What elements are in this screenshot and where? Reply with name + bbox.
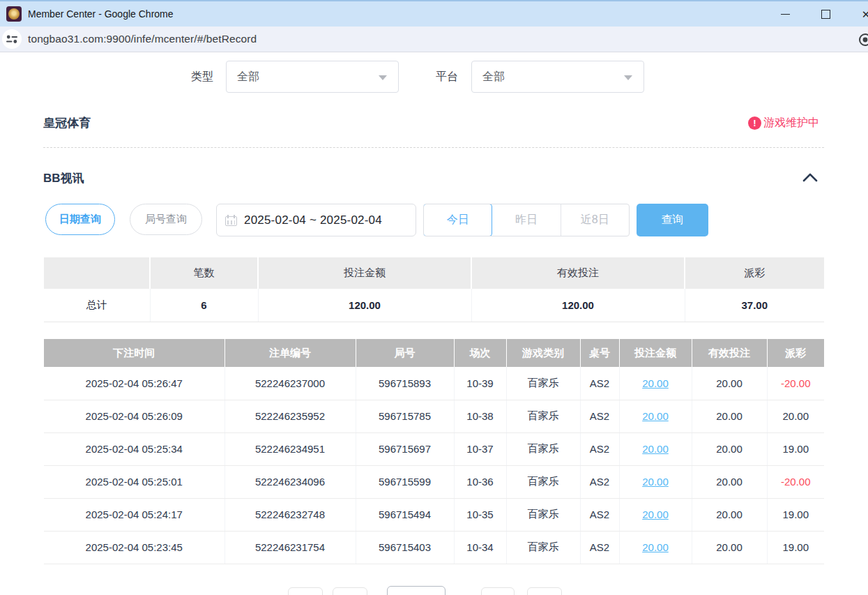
cell-valid-bet: 20.00 (692, 531, 767, 564)
cell-bet-amount: 20.00 (619, 432, 692, 465)
minimize-button[interactable] (769, 1, 801, 27)
cell-valid-bet: 20.00 (692, 465, 767, 498)
cell-bet-id: 522246234096 (224, 465, 356, 498)
cell-game-type: 百家乐 (506, 531, 580, 564)
col-bet-amount: 投注金额 (619, 339, 692, 367)
summary-header-count: 笔数 (150, 257, 258, 289)
cell-bet-id: 522246235952 (224, 400, 356, 432)
cell-session: 10-35 (454, 498, 506, 531)
bet-records-table: 下注时间 注单编号 局号 场次 游戏类别 桌号 投注金额 有效投注 派彩 202… (44, 339, 824, 564)
cell-bet-time: 2025-02-04 05:25:34 (44, 432, 224, 465)
cell-table-no: AS2 (580, 400, 619, 432)
cell-round: 596715893 (356, 367, 454, 400)
cell-table-no: AS2 (580, 465, 619, 498)
summary-header-valid-bet: 有效投注 (471, 257, 685, 289)
table-row: 2025-02-04 05:23:45 522246231754 5967154… (44, 531, 824, 564)
bet-amount-link[interactable]: 20.00 (642, 509, 669, 520)
query-toolbar: 日期查询 局号查询 2025-02-04 ~ 2025-02-04 今日 昨日 … (0, 204, 868, 236)
cell-session: 10-34 (454, 531, 506, 564)
type-filter-value: 全部 (237, 70, 259, 84)
cell-table-no: AS2 (580, 367, 619, 400)
cell-round: 596715403 (356, 531, 454, 564)
summary-header-row: 笔数 投注金额 有效投注 派彩 (44, 257, 824, 289)
cell-round: 596715785 (356, 400, 454, 432)
cell-round: 596715697 (356, 432, 454, 465)
bet-amount-link[interactable]: 20.00 (642, 377, 669, 389)
url-text[interactable]: tongbao31.com:9900/infe/mcenter/#/betRec… (28, 33, 257, 45)
col-round: 局号 (356, 339, 454, 367)
close-button[interactable]: ✕ (850, 1, 868, 27)
col-bet-time: 下注时间 (44, 339, 224, 367)
window-titlebar: Member Center - Google Chrome ✕ (0, 0, 868, 27)
yesterday-button[interactable]: 昨日 (492, 204, 561, 236)
cell-bet-time: 2025-02-04 05:25:01 (44, 465, 224, 498)
today-button[interactable]: 今日 (423, 204, 492, 236)
collapse-chevron-up-icon[interactable] (802, 172, 818, 182)
bet-record-page: 类型 全部 平台 全部 皇冠体育 ! 游戏维护中 BB视讯 日期查询 局号查询 … (0, 52, 868, 593)
round-query-tab[interactable]: 局号查询 (130, 204, 202, 235)
type-filter-select[interactable]: 全部 (226, 61, 399, 93)
cell-payout: 19.00 (767, 432, 824, 465)
cell-game-type: 百家乐 (506, 367, 580, 400)
cell-game-type: 百家乐 (506, 465, 580, 498)
cell-game-type: 百家乐 (506, 400, 580, 432)
cell-bet-amount: 20.00 (619, 465, 692, 498)
bet-amount-link[interactable]: 20.00 (642, 443, 669, 455)
cell-bet-time: 2025-02-04 05:26:09 (44, 400, 224, 432)
summary-header-blank (44, 257, 150, 289)
col-valid-bet: 有效投注 (692, 339, 767, 367)
date-range-value: 2025-02-04 ~ 2025-02-04 (244, 213, 382, 227)
cell-valid-bet: 20.00 (692, 400, 767, 432)
bet-amount-link[interactable]: 20.00 (642, 410, 669, 422)
summary-valid-bet-value: 120.00 (471, 289, 685, 322)
date-range-input[interactable]: 2025-02-04 ~ 2025-02-04 (216, 204, 416, 236)
cell-session: 10-36 (454, 465, 506, 498)
search-button[interactable]: 查询 (637, 204, 708, 236)
cell-game-type: 百家乐 (506, 498, 580, 531)
maintenance-badge: ! 游戏维护中 (748, 116, 819, 130)
cell-round: 596715599 (356, 465, 454, 498)
exclamation-icon: ! (748, 116, 761, 130)
maximize-button[interactable] (809, 1, 842, 27)
cell-bet-id: 522246231754 (224, 531, 356, 564)
cell-table-no: AS2 (580, 432, 619, 465)
quick-date-segmented-control: 今日 昨日 近8日 (423, 204, 630, 236)
cell-bet-time: 2025-02-04 05:24:17 (44, 498, 224, 531)
chevron-down-icon (379, 75, 387, 80)
pagination-button[interactable] (333, 587, 367, 595)
pagination-button[interactable] (527, 587, 562, 595)
pagination-page-size-select[interactable] (387, 586, 446, 595)
date-query-tab[interactable]: 日期查询 (45, 204, 115, 235)
cell-bet-id: 522246237000 (224, 367, 356, 400)
pagination-button[interactable] (288, 587, 323, 595)
summary-total-row: 总计 6 120.00 120.00 37.00 (44, 289, 824, 322)
extension-target-icon[interactable] (858, 32, 868, 50)
close-icon: ✕ (862, 9, 868, 20)
bet-amount-link[interactable]: 20.00 (642, 541, 669, 553)
last-8-days-button[interactable]: 近8日 (561, 204, 629, 236)
address-bar[interactable]: tongbao31.com:9900/infe/mcenter/#/betRec… (0, 27, 868, 52)
platform-filter-select[interactable]: 全部 (471, 61, 644, 93)
section-title-bb-video: BB视讯 (43, 170, 84, 186)
pagination-button[interactable] (481, 587, 515, 595)
summary-count-value: 6 (150, 289, 258, 322)
section-title-crown-sports: 皇冠体育 (43, 115, 91, 131)
records-header-row: 下注时间 注单编号 局号 场次 游戏类别 桌号 投注金额 有效投注 派彩 (44, 339, 824, 367)
summary-table: 笔数 投注金额 有效投注 派彩 总计 6 120.00 120.00 37.00 (44, 257, 824, 322)
table-row: 2025-02-04 05:24:17 522246232748 5967154… (44, 498, 824, 531)
cell-bet-amount: 20.00 (619, 498, 692, 531)
type-filter-label: 类型 (191, 70, 213, 84)
cell-payout: -20.00 (767, 367, 824, 400)
summary-bet-amount-value: 120.00 (258, 289, 471, 322)
cell-payout: -20.00 (767, 465, 824, 498)
platform-filter-value: 全部 (482, 70, 505, 84)
cell-payout: 19.00 (767, 531, 824, 564)
bet-amount-link[interactable]: 20.00 (642, 476, 669, 488)
maximize-icon (821, 10, 830, 19)
cell-session: 10-38 (454, 400, 506, 432)
cell-game-type: 百家乐 (506, 432, 580, 465)
cell-bet-time: 2025-02-04 05:23:45 (44, 531, 224, 564)
chevron-down-icon (624, 75, 632, 80)
site-settings-icon[interactable] (2, 29, 22, 49)
cell-valid-bet: 20.00 (692, 367, 767, 400)
